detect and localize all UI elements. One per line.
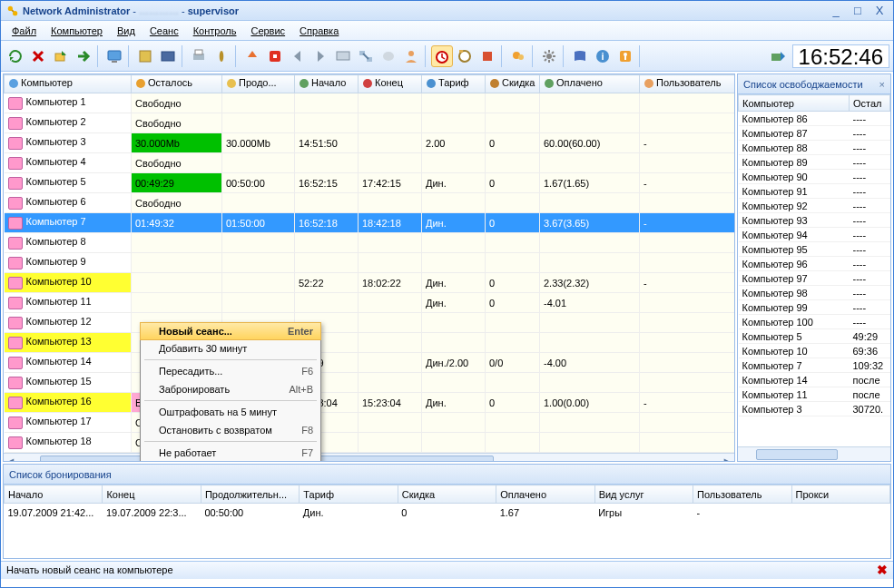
grid-cell[interactable] bbox=[222, 273, 295, 293]
menu-help[interactable]: Справка bbox=[294, 24, 344, 38]
grid-cell[interactable] bbox=[295, 253, 359, 273]
grid-cell[interactable] bbox=[359, 233, 422, 253]
grid-cell[interactable]: 52:22 bbox=[295, 273, 359, 293]
booking-header[interactable]: Прокси bbox=[791, 485, 890, 504]
grid-cell[interactable] bbox=[540, 233, 640, 253]
menu-item[interactable]: Добавить 30 минут bbox=[141, 339, 320, 358]
grid-cell[interactable] bbox=[486, 433, 540, 453]
grid-cell[interactable]: Компьютер 16 bbox=[5, 393, 132, 413]
booking-header[interactable]: Продолжительн... bbox=[201, 485, 299, 504]
grid-cell[interactable]: 3.67(3.65) bbox=[540, 213, 640, 233]
grid-cell[interactable] bbox=[359, 153, 422, 173]
grid-cell[interactable]: Компьютер 3 bbox=[5, 133, 132, 153]
grid-cell[interactable] bbox=[359, 93, 422, 113]
grid-cell[interactable]: 15:23:04 bbox=[359, 393, 422, 413]
grid-cell[interactable]: Компьютер 1 bbox=[5, 93, 132, 113]
grid-cell[interactable] bbox=[132, 253, 222, 273]
grid-cell[interactable]: 60.00(60.00) bbox=[540, 133, 640, 153]
run-icon[interactable] bbox=[767, 45, 789, 67]
grid-cell[interactable] bbox=[640, 293, 736, 313]
grid-cell[interactable] bbox=[422, 193, 486, 213]
grid-cell[interactable] bbox=[359, 333, 422, 353]
table-row[interactable]: Компьютер 16Время вышло00:30:0014:53:041… bbox=[5, 393, 736, 413]
side-header[interactable]: Остал bbox=[850, 95, 890, 112]
grid-cell[interactable] bbox=[295, 93, 359, 113]
grid-header[interactable]: Продо... bbox=[222, 75, 295, 93]
grid-cell[interactable] bbox=[422, 233, 486, 253]
book-icon[interactable] bbox=[569, 45, 591, 67]
info-icon[interactable]: i bbox=[592, 45, 614, 67]
menu-item[interactable]: Не работаетF7 bbox=[141, 444, 320, 462]
grid-header[interactable]: Начало bbox=[295, 75, 359, 93]
grid-cell[interactable]: 30.000Mb bbox=[132, 133, 222, 153]
grid-cell[interactable] bbox=[486, 193, 540, 213]
grid-cell[interactable] bbox=[486, 233, 540, 253]
grid-cell[interactable] bbox=[359, 253, 422, 273]
grid-cell[interactable]: Компьютер 4 bbox=[5, 153, 132, 173]
grid-cell[interactable]: 0 bbox=[486, 393, 540, 413]
table-row[interactable]: Компьютер 17Свободно bbox=[5, 413, 736, 433]
right-icon[interactable] bbox=[309, 45, 331, 67]
table-row[interactable]: Компьютер 15 bbox=[5, 373, 736, 393]
refresh-icon[interactable] bbox=[5, 45, 26, 67]
user-icon[interactable] bbox=[400, 45, 422, 67]
grid-cell[interactable] bbox=[486, 253, 540, 273]
grid-cell[interactable] bbox=[222, 233, 295, 253]
grid-header[interactable]: Компьютер bbox=[5, 75, 132, 93]
menu-item[interactable]: ЗабронироватьAlt+B bbox=[141, 380, 320, 398]
grid-cell[interactable] bbox=[222, 153, 295, 173]
grid-cell[interactable] bbox=[422, 333, 486, 353]
grid-cell[interactable] bbox=[640, 353, 736, 373]
grid-cell[interactable]: 0 bbox=[486, 273, 540, 293]
grid-cell[interactable] bbox=[132, 293, 222, 313]
close-button[interactable]: X bbox=[871, 5, 888, 17]
menu-item[interactable]: Оштрафовать на 5 минут bbox=[141, 403, 320, 421]
grid-cell[interactable] bbox=[640, 93, 736, 113]
grid-cell[interactable]: 17:42:15 bbox=[359, 173, 422, 193]
status-close-icon[interactable]: ✖ bbox=[877, 563, 888, 577]
side-scrollbar[interactable] bbox=[738, 446, 890, 461]
grid-cell[interactable]: Дин. bbox=[422, 273, 486, 293]
grid-cell[interactable]: 16:52:18 bbox=[295, 213, 359, 233]
table-row[interactable]: Компьютер 18Свободно bbox=[5, 433, 736, 453]
export-icon[interactable] bbox=[50, 45, 72, 67]
table-row[interactable]: Компьютер 1052:2218:02:22Дин.02.33(2.32)… bbox=[5, 273, 736, 293]
grid-cell[interactable] bbox=[486, 333, 540, 353]
grid-cell[interactable]: Компьютер 8 bbox=[5, 233, 132, 253]
grid-header[interactable]: Осталось bbox=[132, 75, 222, 93]
money-icon[interactable] bbox=[211, 45, 232, 67]
grid-cell[interactable] bbox=[422, 113, 486, 133]
grid-cell[interactable]: Компьютер 7 bbox=[5, 213, 132, 233]
grid-cell[interactable]: - bbox=[640, 213, 736, 233]
list-item[interactable]: Компьютер 549:29 bbox=[739, 329, 890, 344]
grid-cell[interactable]: - bbox=[640, 133, 736, 153]
list-item[interactable]: Компьютер 89---- bbox=[739, 155, 890, 170]
table-row[interactable]: Компьютер 2Свободно bbox=[5, 113, 736, 133]
grid-cell[interactable] bbox=[640, 373, 736, 393]
grid-cell[interactable]: Компьютер 12 bbox=[5, 313, 132, 333]
grid-cell[interactable]: 01:49:32 bbox=[132, 213, 222, 233]
grid-cell[interactable]: 0 bbox=[486, 213, 540, 233]
menu-item[interactable]: Пересадить...F6 bbox=[141, 362, 320, 380]
table-row[interactable]: Компьютер 1Свободно bbox=[5, 93, 736, 113]
left-icon[interactable] bbox=[287, 45, 309, 67]
side-close-icon[interactable]: × bbox=[879, 79, 885, 90]
grid-cell[interactable]: Компьютер 6 bbox=[5, 193, 132, 213]
grid-cell[interactable]: 0 bbox=[486, 173, 540, 193]
grid-cell[interactable] bbox=[640, 113, 736, 133]
list-item[interactable]: Компьютер 1069:36 bbox=[739, 344, 890, 358]
grid-cell[interactable] bbox=[640, 193, 736, 213]
grid-cell[interactable] bbox=[422, 153, 486, 173]
grid-cell[interactable]: Дин. bbox=[422, 213, 486, 233]
grid-cell[interactable] bbox=[640, 333, 736, 353]
up-icon[interactable] bbox=[241, 45, 263, 67]
grid-cell[interactable] bbox=[295, 113, 359, 133]
list-item[interactable]: Компьютер 88---- bbox=[739, 141, 890, 155]
grid-cell[interactable]: 30.000Mb bbox=[222, 133, 295, 153]
grid-cell[interactable] bbox=[422, 93, 486, 113]
grid-cell[interactable]: 2.33(2.32) bbox=[540, 273, 640, 293]
grid-cell[interactable]: -4.01 bbox=[540, 293, 640, 313]
list-item[interactable]: Компьютер 90---- bbox=[739, 170, 890, 184]
grid-cell[interactable]: Компьютер 9 bbox=[5, 253, 132, 273]
grid-cell[interactable]: 14:51:50 bbox=[295, 133, 359, 153]
